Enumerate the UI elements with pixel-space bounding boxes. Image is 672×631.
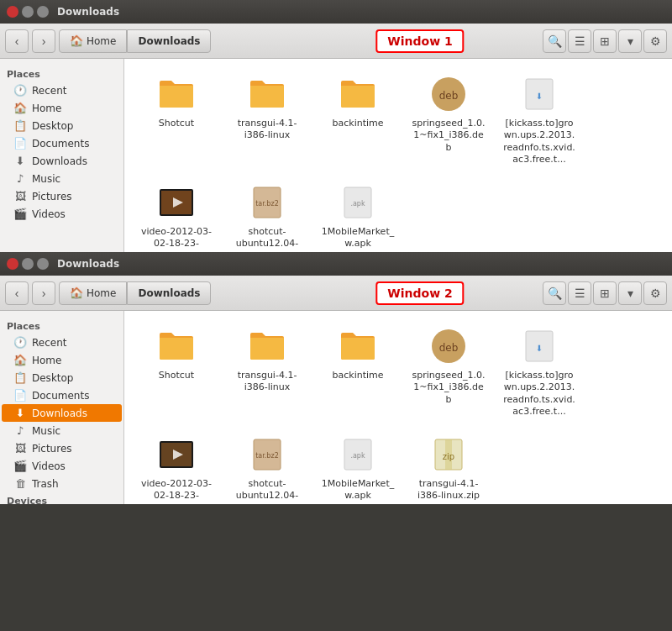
file-deb-1[interactable]: deb springseed_1.0.1~fix1_i386.deb	[407, 69, 491, 171]
sidebar-videos-2[interactable]: 🎬 Videos	[0, 457, 123, 475]
breadcrumb-home-1[interactable]: 🏠 Home	[59, 29, 127, 53]
search-button-1[interactable]: 🔍	[543, 29, 566, 53]
forward-button-2[interactable]: ›	[32, 281, 55, 305]
svg-text:⬇: ⬇	[536, 344, 543, 353]
svg-text:tar.bz2: tar.bz2	[255, 452, 279, 460]
sidebar-recent-1[interactable]: 🕐 Recent	[0, 82, 123, 99]
breadcrumb-downloads-1[interactable]: Downloads	[127, 29, 211, 53]
sidebar-recent-2[interactable]: 🕐 Recent	[0, 334, 123, 351]
list-view-button-1[interactable]: ☰	[568, 29, 591, 53]
sidebar-music-1[interactable]: ♪ Music	[0, 170, 123, 187]
grid-view-button-2[interactable]: ⊞	[593, 281, 617, 305]
window-1: Downloads ‹ › 🏠 Home Downloads Window 1 …	[0, 0, 672, 252]
close-button-1[interactable]	[7, 6, 18, 18]
file-archive-2[interactable]: tar.bz2 shotcut-ubuntu12.04-x86-130707.t…	[225, 429, 309, 504]
file-label-transgui-2: transgui-4.1-i386-linux	[230, 370, 304, 394]
file-video-1[interactable]: video-2012-03-02-18-23-31.mp4	[134, 177, 218, 252]
sidebar-downloads-2[interactable]: ⬇ Downloads	[2, 404, 122, 422]
toolbar-1: ‹ › 🏠 Home Downloads Window 1 🔍 ☰ ⊞ ▾ ⚙	[0, 24, 672, 59]
file-transgui-2[interactable]: transgui-4.1-i386-linux	[225, 321, 309, 423]
file-shotcut-2[interactable]: Shotcut	[134, 321, 218, 423]
documents-icon-2: 📄	[13, 389, 27, 402]
sidebar-home-2[interactable]: 🏠 Home	[0, 351, 123, 369]
maximize-button-2[interactable]	[37, 258, 49, 270]
file-transgui-1[interactable]: transgui-4.1-i386-linux	[225, 69, 309, 171]
sidebar-desktop-2[interactable]: 📋 Desktop	[0, 369, 123, 386]
list-view-button-2[interactable]: ☰	[568, 281, 591, 305]
sidebar-documents-2[interactable]: 📄 Documents	[0, 386, 123, 404]
titlebar-2: Downloads	[0, 252, 672, 276]
svg-text:tar.bz2: tar.bz2	[255, 200, 279, 208]
sidebar-downloads-1[interactable]: ⬇ Downloads	[0, 152, 123, 170]
file-label-download-2: [kickass.to]grown.ups.2.2013.readnfo.ts.…	[502, 370, 576, 418]
sidebar-documents-1[interactable]: 📄 Documents	[0, 134, 123, 152]
maximize-button-1[interactable]	[37, 6, 49, 18]
window-controls-1	[7, 6, 49, 18]
sidebar-music-2[interactable]: ♪ Music	[0, 422, 123, 439]
download-icon-1: ⬇	[519, 74, 559, 114]
file-archive-1[interactable]: tar.bz2 shotcut-ubuntu12.04-x86-130707.t…	[225, 177, 309, 252]
music-icon-1: ♪	[13, 172, 27, 185]
music-icon-2: ♪	[13, 424, 27, 437]
file-download-2[interactable]: ⬇ [kickass.to]grown.ups.2.2013.readnfo.t…	[497, 321, 581, 423]
close-button-2[interactable]	[7, 258, 18, 270]
sidebar-home-1[interactable]: 🏠 Home	[0, 99, 123, 117]
svg-text:.apk: .apk	[350, 452, 365, 460]
sidebar-videos-1[interactable]: 🎬 Videos	[0, 205, 123, 223]
documents-icon-1: 📄	[13, 137, 27, 150]
window-controls-2	[7, 258, 49, 270]
file-backintime-2[interactable]: backintime	[316, 321, 400, 423]
back-button-1[interactable]: ‹	[5, 29, 29, 53]
file-label-shotcut-1: Shotcut	[159, 118, 194, 129]
sidebar-pictures-2[interactable]: 🖼 Pictures	[0, 439, 123, 457]
forward-button-1[interactable]: ›	[32, 29, 55, 53]
sidebar-pictures-1[interactable]: 🖼 Pictures	[0, 187, 123, 205]
file-zip-2[interactable]: zip transgui-4.1-i386-linux.zip	[407, 429, 491, 504]
minimize-button-1[interactable]	[22, 6, 34, 18]
sort-button-1[interactable]: ▾	[618, 29, 642, 53]
file-apk-1[interactable]: .apk 1MobileMarket_w.apk	[316, 177, 400, 252]
search-button-2[interactable]: 🔍	[543, 281, 566, 305]
videos-icon-1: 🎬	[13, 208, 27, 220]
sidebar-trash-2[interactable]: 🗑 Trash	[0, 475, 123, 492]
file-label-transgui-1: transgui-4.1-i386-linux	[230, 118, 304, 142]
apk-icon-1: .apk	[338, 182, 378, 223]
toolbar-2: ‹ › 🏠 Home Downloads Window 2 🔍 ☰ ⊞ ▾ ⚙	[0, 276, 672, 311]
archive-icon-1: tar.bz2	[247, 182, 287, 223]
file-grid-1: Shotcut transgui-4.1-i386-linux backinti…	[124, 59, 672, 252]
back-button-2[interactable]: ‹	[5, 281, 29, 305]
breadcrumb-home-2[interactable]: 🏠 Home	[59, 281, 127, 305]
file-apk-2[interactable]: .apk 1MobileMarket_w.apk	[316, 429, 400, 504]
settings-button-1[interactable]: ⚙	[643, 29, 667, 53]
trash-icon-2: 🗑	[13, 477, 27, 490]
file-video-2[interactable]: video-2012-03-02-18-23-31.mp4	[134, 429, 218, 504]
grid-view-button-1[interactable]: ⊞	[593, 29, 617, 53]
file-download-1[interactable]: ⬇ [kickass.to]grown.ups.2.2013.readnfo.t…	[497, 69, 581, 171]
downloads-icon-2: ⬇	[13, 407, 27, 419]
file-shotcut-1[interactable]: Shotcut	[134, 69, 218, 171]
sort-button-2[interactable]: ▾	[618, 281, 642, 305]
apk-icon-2: .apk	[338, 434, 378, 475]
titlebar-1: Downloads	[0, 0, 672, 24]
content-area-2: Places 🕐 Recent 🏠 Home 📋 Desktop 📄 Docum…	[0, 311, 672, 504]
sidebar-desktop-1[interactable]: 📋 Desktop	[0, 117, 123, 134]
settings-button-2[interactable]: ⚙	[643, 281, 667, 305]
file-backintime-1[interactable]: backintime	[316, 69, 400, 171]
titlebar-title-1: Downloads	[57, 6, 119, 18]
file-label-deb-1: springseed_1.0.1~fix1_i386.deb	[412, 118, 486, 154]
breadcrumb-downloads-2[interactable]: Downloads	[127, 281, 211, 305]
download-icon-2: ⬇	[519, 326, 559, 366]
file-label-apk-1: 1MobileMarket_w.apk	[321, 226, 395, 250]
content-area-1: Places 🕐 Recent 🏠 Home 📋 Desktop 📄 Docum…	[0, 59, 672, 252]
pictures-icon-2: 🖼	[13, 442, 27, 455]
file-deb-2[interactable]: deb springseed_1.0.1~fix1_i386.deb	[407, 321, 491, 423]
toolbar-actions-2: 🔍 ☰ ⊞ ▾ ⚙	[543, 281, 667, 305]
recent-icon-2: 🕐	[13, 336, 27, 349]
window1-label: Window 1	[375, 29, 464, 53]
recent-icon-1: 🕐	[13, 84, 27, 97]
sidebar-1: Places 🕐 Recent 🏠 Home 📋 Desktop 📄 Docum…	[0, 59, 124, 252]
svg-text:.apk: .apk	[350, 200, 365, 208]
minimize-button-2[interactable]	[22, 258, 34, 270]
desktop-icon-1: 📋	[13, 119, 27, 132]
file-grid-2: Shotcut transgui-4.1-i386-linux backinti…	[124, 311, 672, 504]
